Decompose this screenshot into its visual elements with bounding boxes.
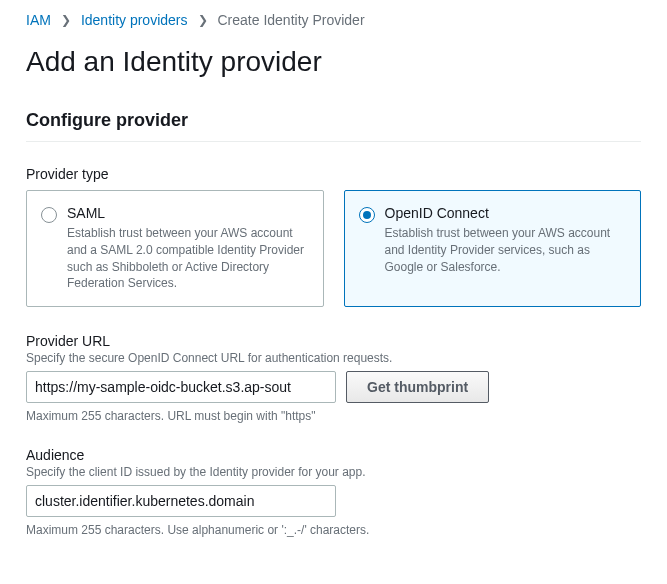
chevron-right-icon: ❯ — [198, 13, 208, 27]
tile-title: OpenID Connect — [385, 205, 627, 221]
divider — [26, 141, 641, 142]
provider-url-input[interactable] — [26, 371, 336, 403]
audience-field: Audience Specify the client ID issued by… — [26, 447, 641, 537]
radio-icon — [41, 207, 57, 223]
tile-title: SAML — [67, 205, 309, 221]
section-title: Configure provider — [26, 110, 641, 131]
audience-hint: Specify the client ID issued by the Iden… — [26, 465, 641, 479]
provider-url-label: Provider URL — [26, 333, 641, 349]
radio-icon — [359, 207, 375, 223]
breadcrumb-link-iam[interactable]: IAM — [26, 12, 51, 28]
tile-description: Establish trust between your AWS account… — [67, 225, 309, 292]
audience-label: Audience — [26, 447, 641, 463]
provider-type-tile-openid[interactable]: OpenID Connect Establish trust between y… — [344, 190, 642, 307]
breadcrumb-link-identity-providers[interactable]: Identity providers — [81, 12, 188, 28]
audience-input[interactable] — [26, 485, 336, 517]
tile-description: Establish trust between your AWS account… — [385, 225, 627, 275]
breadcrumb: IAM ❯ Identity providers ❯ Create Identi… — [26, 12, 641, 28]
audience-constraint: Maximum 255 characters. Use alphanumeric… — [26, 523, 641, 537]
provider-type-field: Provider type SAML Establish trust betwe… — [26, 166, 641, 307]
page-title: Add an Identity provider — [26, 46, 641, 78]
breadcrumb-current: Create Identity Provider — [218, 12, 365, 28]
provider-type-tile-saml[interactable]: SAML Establish trust between your AWS ac… — [26, 190, 324, 307]
provider-url-hint: Specify the secure OpenID Connect URL fo… — [26, 351, 641, 365]
provider-type-label: Provider type — [26, 166, 641, 182]
provider-url-field: Provider URL Specify the secure OpenID C… — [26, 333, 641, 423]
provider-type-tiles: SAML Establish trust between your AWS ac… — [26, 190, 641, 307]
provider-url-constraint: Maximum 255 characters. URL must begin w… — [26, 409, 641, 423]
get-thumbprint-button[interactable]: Get thumbprint — [346, 371, 489, 403]
chevron-right-icon: ❯ — [61, 13, 71, 27]
